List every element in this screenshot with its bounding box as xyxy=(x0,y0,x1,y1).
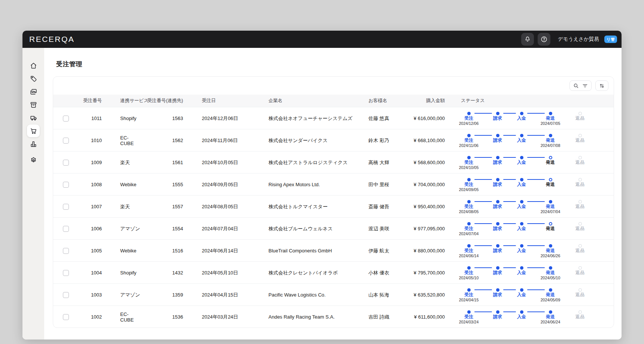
status-dot-icon xyxy=(549,200,552,203)
status-dot-icon xyxy=(467,266,471,270)
cell-customer: 鈴木 彩乃 xyxy=(368,137,411,144)
status-step: 入金 xyxy=(507,196,537,218)
status-date: 2024/07/04 xyxy=(541,209,561,214)
status-label: 返品 xyxy=(575,116,584,121)
status-date: 2024/05/10 xyxy=(459,276,479,280)
row-checkbox[interactable] xyxy=(63,270,69,276)
status-label: 請求 xyxy=(493,204,502,209)
status-dot-icon xyxy=(467,156,471,159)
row-checkbox[interactable] xyxy=(63,138,69,144)
sidebar-item-home[interactable] xyxy=(27,59,40,72)
help-button[interactable] xyxy=(538,33,550,46)
cell-company: Andes Rally Racing Team S.A. xyxy=(268,314,368,320)
sidebar-item-media[interactable] xyxy=(27,85,40,98)
tag-icon xyxy=(30,75,37,83)
row-select-cell xyxy=(53,204,76,210)
table-row[interactable]: 1004 Shopify 1432 2024年05月10日 株式会社クレセントバ… xyxy=(53,261,614,283)
status-step: 発送 xyxy=(535,218,565,240)
status-dot-icon xyxy=(578,112,582,115)
bar-chart-icon xyxy=(30,140,37,148)
cell-service: アマゾン xyxy=(104,292,141,298)
table-row[interactable]: 1009 楽天 1561 2024年10月05日 株式会社アストラルロジスティク… xyxy=(53,151,614,173)
row-checkbox[interactable] xyxy=(63,204,69,210)
cell-service: EC-CUBE xyxy=(104,135,141,146)
sidebar-item-reports[interactable] xyxy=(27,138,40,150)
row-checkbox[interactable] xyxy=(63,314,69,320)
status-label: 発送 xyxy=(546,204,555,209)
cell-company: Pacific Wave Logistics Co. xyxy=(268,292,368,298)
cell-order-date: 2024年04月15日 xyxy=(185,292,268,298)
cell-amount: ¥ 616,000,000 xyxy=(411,116,447,121)
table-row[interactable]: 1005 Webike 1516 2024年06月14日 BlueTrail C… xyxy=(53,239,614,261)
cell-partner-no: 1557 xyxy=(141,204,185,209)
row-checkbox[interactable] xyxy=(63,182,69,188)
sidebar-item-tags[interactable] xyxy=(27,72,40,85)
status-date: 2024/05/10 xyxy=(541,276,561,280)
row-checkbox[interactable] xyxy=(63,160,69,166)
status-step: 入金 xyxy=(507,262,537,284)
status-dot-icon xyxy=(467,200,471,203)
brand-logo: RECERQA xyxy=(29,35,75,44)
status-step: 発送2024/05/10 xyxy=(535,262,565,284)
table-row[interactable]: 1011 Shopify 1563 2024年12月06日 株式会社ネオフューチ… xyxy=(53,107,614,129)
cell-company: 株式会社サンダーバイクス xyxy=(268,137,368,144)
cell-service: Shopify xyxy=(104,270,141,276)
status-step: 発送2024/07/04 xyxy=(535,196,565,218)
row-checkbox[interactable] xyxy=(63,248,69,254)
row-checkbox[interactable] xyxy=(63,226,69,232)
search-filter-button[interactable] xyxy=(569,80,592,91)
status-label: 請求 xyxy=(493,160,502,165)
row-select-cell xyxy=(53,182,76,188)
status-dot-icon xyxy=(520,266,523,270)
status-step: 入金 xyxy=(507,129,537,151)
cell-customer: 吉田 詩織 xyxy=(368,314,411,320)
cart-icon xyxy=(30,127,37,135)
table-row[interactable]: 1006 アマゾン 1554 2024年07月04日 株式会社ブルームウェルネス… xyxy=(53,217,614,239)
cell-order-no: 1011 xyxy=(76,116,104,121)
status-date: 2024/12/06 xyxy=(459,121,479,126)
cell-amount: ¥ 880,000,000 xyxy=(411,248,447,254)
company-name[interactable]: デモうえさか貿易 xyxy=(558,36,599,43)
cell-customer: 山本 拓海 xyxy=(368,292,411,298)
cell-partner-no: 1432 xyxy=(141,270,185,276)
status-label: 発送 xyxy=(546,314,555,319)
row-checkbox[interactable] xyxy=(63,292,69,298)
table-row[interactable]: 1007 楽天 1557 2024年08月05日 株式会社トルクマイスター 斎藤… xyxy=(53,195,614,217)
sidebar-item-shipping[interactable] xyxy=(27,111,40,124)
status-timeline: 受注2024/08/05請求入金発送2024/07/04返品 xyxy=(447,196,614,218)
status-dot-icon xyxy=(520,112,523,115)
status-step: 受注2024/08/05 xyxy=(454,196,484,218)
status-dot-icon xyxy=(520,222,523,225)
notifications-button[interactable] xyxy=(521,33,534,46)
status-timeline: 受注2024/03/24請求入金発送2024/06/24返品 xyxy=(447,306,614,328)
status-label: 入金 xyxy=(517,138,526,143)
home-icon xyxy=(30,62,37,70)
status-timeline: 受注2024/06/14請求入金発送2024/06/26返品 xyxy=(447,240,614,262)
sidebar-item-orders[interactable] xyxy=(27,125,40,137)
cell-amount: ¥ 668,100,000 xyxy=(411,138,447,143)
row-select-cell xyxy=(53,226,76,232)
table-row[interactable]: 1008 Webike 1555 2024年09月05日 Rising Apex… xyxy=(53,173,614,195)
status-label: 請求 xyxy=(493,314,502,319)
cell-customer: 田中 里桜 xyxy=(368,181,411,188)
status-label: 受注 xyxy=(464,116,473,121)
status-date: 2024/08/05 xyxy=(459,209,479,214)
cell-company: 株式会社クレセントバイオラボ xyxy=(268,270,368,276)
sort-button[interactable] xyxy=(595,80,608,91)
status-dot-icon xyxy=(578,288,582,292)
filter-icon xyxy=(582,83,588,89)
sidebar-item-settings[interactable] xyxy=(27,154,40,166)
cell-order-date: 2024年07月04日 xyxy=(185,225,268,232)
topbar: RECERQA デモうえさか貿易 リ管 xyxy=(22,31,622,48)
table-row[interactable]: 1010 EC-CUBE 1562 2024年11月06日 株式会社サンダーバイ… xyxy=(53,129,614,151)
table-row[interactable]: 1002 EC-CUBE 1536 2024年03月24日 Andes Rall… xyxy=(53,305,614,328)
cell-service: EC-CUBE xyxy=(104,311,141,323)
sidebar-item-inventory[interactable] xyxy=(27,98,40,111)
status-timeline: 受注2024/09/05請求入金発送返品 xyxy=(447,173,614,196)
status-label: 受注 xyxy=(464,292,473,297)
status-label: 返品 xyxy=(575,314,584,319)
table-row[interactable]: 1003 アマゾン 1359 2024年04月15日 Pacific Wave … xyxy=(53,283,614,305)
row-checkbox[interactable] xyxy=(63,116,69,122)
cell-order-no: 1002 xyxy=(76,314,104,320)
cell-customer: 高橋 大輝 xyxy=(368,159,411,166)
